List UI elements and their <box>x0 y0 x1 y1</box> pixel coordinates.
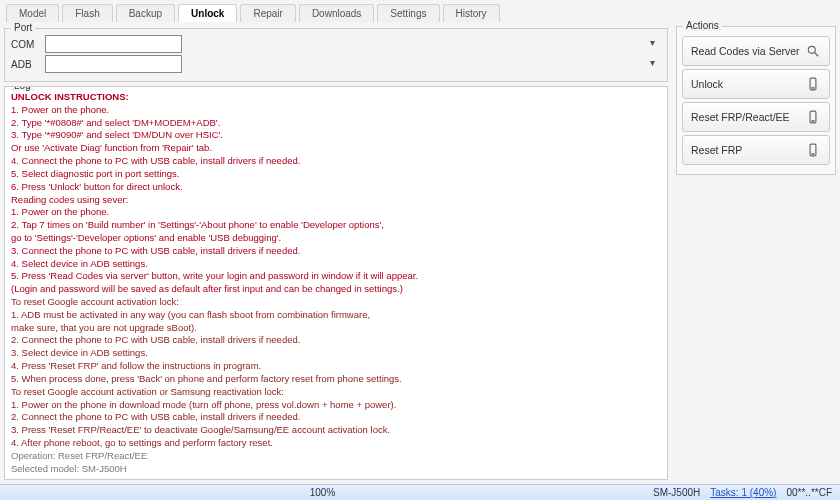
log-line: 5. Select diagnostic port in port settin… <box>11 168 661 181</box>
log-group: Log UNLOCK INSTRUCTIONS:1. Power on the … <box>4 86 668 480</box>
com-select[interactable] <box>45 35 182 53</box>
log-line: 4. Press 'Reset FRP' and follow the inst… <box>11 360 661 373</box>
port-legend: Port <box>11 22 35 33</box>
log-line: 2. Connect the phone to PC with USB cabl… <box>11 334 661 347</box>
svg-rect-7 <box>812 154 814 155</box>
adb-select-wrap <box>45 55 661 73</box>
tab-model[interactable]: Model <box>6 4 59 22</box>
com-label: COM <box>11 39 45 50</box>
log-line: 2. Type '*#0808#' and select 'DM+MODEM+A… <box>11 117 661 130</box>
log-line: 4. Select device in ADB settings. <box>11 258 661 271</box>
tab-backup[interactable]: Backup <box>116 4 175 22</box>
log-line: Or use 'Activate Diag' function from 'Re… <box>11 142 661 155</box>
log-line: 5. Press 'Read Codes via server' button,… <box>11 270 661 283</box>
log-line: Reading codes using sever: <box>11 194 661 207</box>
tab-downloads[interactable]: Downloads <box>299 4 374 22</box>
tab-repair[interactable]: Repair <box>240 4 295 22</box>
log-line: 1. Power on the phone in download mode (… <box>11 399 661 412</box>
log-line: 2. Connect the phone to PC with USB cabl… <box>11 411 661 424</box>
log-line: To reset Google account activation or Sa… <box>11 386 661 399</box>
adb-select[interactable] <box>45 55 182 73</box>
svg-rect-3 <box>812 88 814 89</box>
log-line: Selected model: SM-J500H <box>11 463 661 475</box>
actions-legend: Actions <box>683 20 722 31</box>
phone-icon <box>805 142 821 158</box>
status-temp: 00**..**CF <box>786 487 832 498</box>
log-line: 2. Tap 7 times on 'Build number' in 'Set… <box>11 219 661 232</box>
right-column: Actions Read Codes via ServerUnlockReset… <box>672 24 840 484</box>
action-read-codes-via-server[interactable]: Read Codes via Server <box>682 36 830 66</box>
tab-bar: ModelFlashBackupUnlockRepairDownloadsSet… <box>0 0 840 22</box>
log-line: 3. Press 'Reset FRP/React/EE' to deactiv… <box>11 424 661 437</box>
progress-text: 100% <box>310 487 336 498</box>
action-label: Unlock <box>691 78 723 90</box>
tab-flash[interactable]: Flash <box>62 4 112 22</box>
svg-point-0 <box>808 46 815 53</box>
log-line: Operation: Reset FRP/React/EE <box>11 450 661 463</box>
log-line: go to 'Settings'-'Developer options' and… <box>11 232 661 245</box>
progress-label: 100% <box>0 487 645 498</box>
action-label: Read Codes via Server <box>691 45 800 57</box>
log-body[interactable]: UNLOCK INSTRUCTIONS:1. Power on the phon… <box>11 91 661 475</box>
log-line: 1. ADB must be activated in any way (you… <box>11 309 661 322</box>
log-line: 6. Press 'Unlock' button for direct unlo… <box>11 181 661 194</box>
action-unlock[interactable]: Unlock <box>682 69 830 99</box>
tab-unlock[interactable]: Unlock <box>178 4 237 22</box>
action-label: Reset FRP/React/EE <box>691 111 790 123</box>
log-line: 3. Connect the phone to PC with USB cabl… <box>11 245 661 258</box>
status-model: SM-J500H <box>653 487 700 498</box>
log-line: 4. Connect the phone to PC with USB cabl… <box>11 155 661 168</box>
log-line: UNLOCK INSTRUCTIONS: <box>11 91 661 104</box>
action-reset-frp-react-ee[interactable]: Reset FRP/React/EE <box>682 102 830 132</box>
adb-label: ADB <box>11 59 45 70</box>
log-line: 3. Type '*#9090#' and select 'DM/DUN ove… <box>11 129 661 142</box>
com-select-wrap <box>45 35 661 53</box>
log-line: (Login and password will be saved as def… <box>11 283 661 296</box>
port-group: Port COM ADB <box>4 28 668 82</box>
action-reset-frp[interactable]: Reset FRP <box>682 135 830 165</box>
log-line: 3. Select device in ADB settings. <box>11 347 661 360</box>
search-icon <box>805 43 821 59</box>
log-legend: Log <box>11 86 34 91</box>
log-line: To reset Google account activation lock: <box>11 296 661 309</box>
log-line: 5. When process done, press 'Back' on ph… <box>11 373 661 386</box>
tab-history[interactable]: History <box>443 4 500 22</box>
log-line: 1. Power on the phone. <box>11 104 661 117</box>
phone-icon <box>805 109 821 125</box>
actions-group: Actions Read Codes via ServerUnlockReset… <box>676 26 836 175</box>
main-area: Port COM ADB Log UNLOCK INSTRUCTIONS:1. … <box>0 24 840 484</box>
left-column: Port COM ADB Log UNLOCK INSTRUCTIONS:1. … <box>0 24 672 484</box>
phone-icon <box>805 76 821 92</box>
tab-settings[interactable]: Settings <box>377 4 439 22</box>
log-line: 1. Power on the phone. <box>11 206 661 219</box>
status-tasks-link[interactable]: Tasks: 1 (40%) <box>710 487 776 498</box>
svg-rect-5 <box>812 121 814 122</box>
log-line: make sure, that you are not upgrade sBoo… <box>11 322 661 335</box>
port-row-com: COM <box>11 35 661 53</box>
log-line: 4. After phone reboot, go to settings an… <box>11 437 661 450</box>
action-label: Reset FRP <box>691 144 742 156</box>
port-row-adb: ADB <box>11 55 661 73</box>
status-bar: 100% SM-J500H Tasks: 1 (40%) 00**..**CF <box>0 484 840 500</box>
svg-line-1 <box>815 53 819 57</box>
